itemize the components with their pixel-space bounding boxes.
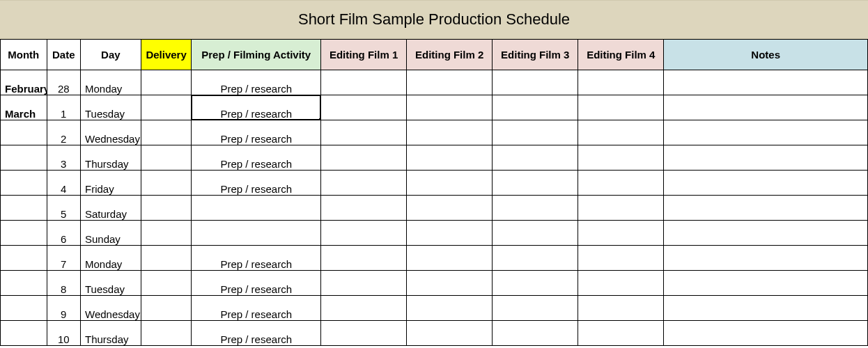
cell-delivery[interactable] [141,171,192,196]
cell-edit1[interactable] [321,171,407,196]
cell-notes[interactable] [664,271,868,296]
cell-month[interactable] [1,145,47,171]
cell-day[interactable]: Monday [81,70,141,95]
cell-edit4[interactable] [578,246,664,271]
cell-edit2[interactable] [407,70,493,95]
cell-edit1[interactable] [321,296,407,321]
cell-edit1[interactable] [321,196,407,221]
cell-edit4[interactable] [578,321,664,346]
cell-activity[interactable] [192,196,321,221]
cell-edit1[interactable] [321,70,407,95]
cell-day[interactable]: Wednesday [81,120,141,145]
cell-day[interactable]: Friday [81,171,141,196]
cell-notes[interactable] [664,171,868,196]
cell-month[interactable]: February [1,70,47,95]
cell-date[interactable]: 5 [47,196,80,221]
cell-activity[interactable]: Prep / research [192,271,321,296]
cell-date[interactable]: 7 [47,246,80,271]
cell-edit4[interactable] [578,145,664,171]
cell-edit3[interactable] [493,196,578,221]
cell-month[interactable] [1,171,47,196]
cell-notes[interactable] [664,196,868,221]
cell-notes[interactable] [664,145,868,171]
col-delivery[interactable]: Delivery [141,40,192,70]
cell-notes[interactable] [664,246,868,271]
cell-edit4[interactable] [578,120,664,145]
cell-activity[interactable]: Prep / research [192,321,321,346]
cell-edit3[interactable] [493,145,578,171]
col-notes[interactable]: Notes [664,40,868,70]
cell-date[interactable]: 10 [47,321,80,346]
cell-month[interactable] [1,196,47,221]
cell-day[interactable]: Tuesday [81,95,141,120]
cell-edit3[interactable] [493,120,578,145]
cell-edit1[interactable] [321,145,407,171]
cell-edit3[interactable] [493,171,578,196]
cell-delivery[interactable] [141,221,192,246]
cell-delivery[interactable] [141,95,192,120]
cell-edit3[interactable] [493,321,578,346]
cell-day[interactable]: Sunday [81,221,141,246]
cell-activity[interactable]: Prep / research [192,296,321,321]
cell-edit2[interactable] [407,246,493,271]
cell-month[interactable] [1,221,47,246]
schedule-table[interactable]: Month Date Day Delivery Prep / Filming A… [0,39,868,346]
cell-edit3[interactable] [493,70,578,95]
cell-day[interactable]: Thursday [81,145,141,171]
cell-edit1[interactable] [321,221,407,246]
cell-notes[interactable] [664,221,868,246]
cell-activity[interactable] [192,221,321,246]
cell-edit4[interactable] [578,196,664,221]
cell-activity[interactable]: Prep / research [192,95,321,120]
cell-activity[interactable]: Prep / research [192,70,321,95]
cell-edit1[interactable] [321,120,407,145]
cell-edit4[interactable] [578,271,664,296]
col-date[interactable]: Date [47,40,80,70]
cell-edit2[interactable] [407,296,493,321]
cell-notes[interactable] [664,296,868,321]
cell-edit2[interactable] [407,196,493,221]
cell-edit4[interactable] [578,296,664,321]
cell-activity[interactable]: Prep / research [192,145,321,171]
cell-delivery[interactable] [141,196,192,221]
cell-notes[interactable] [664,95,868,120]
cell-delivery[interactable] [141,271,192,296]
cell-month[interactable]: March [1,95,47,120]
cell-edit4[interactable] [578,171,664,196]
cell-date[interactable]: 9 [47,296,80,321]
cell-date[interactable]: 28 [47,70,80,95]
cell-edit3[interactable] [493,296,578,321]
cell-edit1[interactable] [321,246,407,271]
cell-month[interactable] [1,120,47,145]
cell-delivery[interactable] [141,246,192,271]
cell-edit1[interactable] [321,271,407,296]
col-edit1[interactable]: Editing Film 1 [321,40,407,70]
cell-delivery[interactable] [141,145,192,171]
cell-edit1[interactable] [321,95,407,120]
cell-day[interactable]: Tuesday [81,271,141,296]
cell-day[interactable]: Saturday [81,196,141,221]
cell-edit1[interactable] [321,321,407,346]
cell-date[interactable]: 1 [47,95,80,120]
cell-month[interactable] [1,246,47,271]
col-edit4[interactable]: Editing Film 4 [578,40,664,70]
cell-edit4[interactable] [578,221,664,246]
cell-day[interactable]: Monday [81,246,141,271]
cell-edit2[interactable] [407,221,493,246]
cell-edit4[interactable] [578,95,664,120]
cell-edit4[interactable] [578,70,664,95]
cell-date[interactable]: 6 [47,221,80,246]
cell-activity[interactable]: Prep / research [192,120,321,145]
cell-delivery[interactable] [141,296,192,321]
cell-edit3[interactable] [493,221,578,246]
cell-date[interactable]: 4 [47,171,80,196]
col-edit2[interactable]: Editing Film 2 [407,40,493,70]
col-day[interactable]: Day [81,40,141,70]
cell-notes[interactable] [664,70,868,95]
cell-day[interactable]: Wednesday [81,296,141,321]
cell-date[interactable]: 3 [47,145,80,171]
col-edit3[interactable]: Editing Film 3 [493,40,578,70]
cell-notes[interactable] [664,321,868,346]
cell-delivery[interactable] [141,70,192,95]
cell-activity[interactable]: Prep / research [192,171,321,196]
